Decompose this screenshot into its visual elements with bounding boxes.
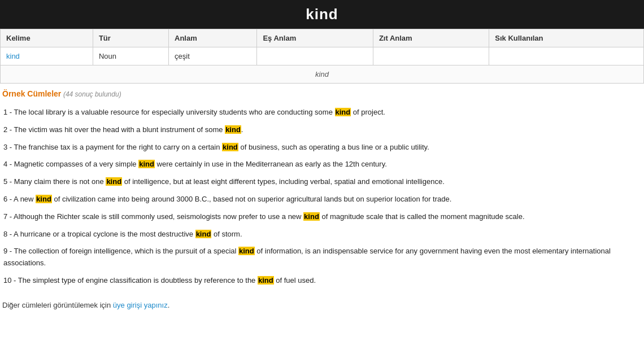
center-word: kind — [1, 65, 644, 84]
sentences-section: 1 - The local library is a valuable reso… — [0, 102, 644, 295]
footer-text: Diğer cümleleri görüntülemek için — [2, 301, 113, 309]
keyword-highlight: kind — [238, 247, 255, 255]
keyword-highlight: kind — [195, 230, 212, 238]
col-tur: Tür — [93, 29, 168, 47]
keyword-highlight: kind — [138, 160, 155, 168]
word-link[interactable]: kind — [6, 52, 20, 60]
tur-cell: Noun — [93, 47, 168, 65]
ornek-title: Örnek Cümleler — [2, 89, 61, 98]
sentence-number: 3 - — [3, 143, 14, 151]
sentence-row: 1 - The local library is a valuable reso… — [2, 104, 642, 121]
keyword-highlight: kind — [258, 276, 274, 285]
col-zit-anlam: Zıt Anlam — [373, 29, 489, 47]
ornek-count: (44 sonuç bulundu) — [63, 90, 121, 98]
ornek-cumleler-header: Örnek Cümleler (44 sonuç bulundu) — [0, 84, 644, 102]
sentence-row: 4 - Magnetic compasses of a very simple … — [2, 156, 642, 173]
keyword-highlight: kind — [303, 212, 320, 221]
keyword-highlight: kind — [222, 143, 238, 151]
sentence-number: 10 - — [3, 276, 18, 285]
keyword-highlight: kind — [36, 195, 52, 203]
col-es-anlam: Eş Anlam — [257, 29, 373, 47]
word-row: kind Noun çeşit — [1, 47, 644, 65]
sentence-number: 1 - — [3, 108, 14, 116]
footer-note: Diğer cümleleri görüntülemek için üye gi… — [0, 295, 644, 315]
sentence-number: 6 - — [3, 195, 14, 203]
sentence-number: 7 - — [3, 212, 14, 221]
sentence-row: 8 - A hurricane or a tropical cyclone is… — [2, 226, 642, 243]
sentence-number: 5 - — [3, 177, 14, 186]
sentence-row: 3 - The franchise tax is a payment for t… — [2, 139, 642, 156]
sentence-number: 9 - — [3, 247, 14, 255]
sentence-row: 2 - The victim was hit over the head wit… — [2, 121, 642, 139]
sentence-number: 8 - — [3, 230, 14, 238]
es-anlam-cell — [257, 47, 373, 65]
header-title: kind — [306, 6, 338, 23]
sentence-number: 2 - — [3, 125, 14, 134]
sentence-number: 4 - — [3, 160, 14, 168]
word-cell: kind — [1, 47, 93, 65]
keyword-highlight: kind — [106, 177, 122, 186]
uye-girisi-link[interactable]: üye girişi yapınız — [113, 301, 168, 309]
sentence-row: 10 - The simplest type of engine classif… — [2, 272, 642, 290]
col-anlam: Anlam — [169, 29, 257, 47]
word-table: Kelime Tür Anlam Eş Anlam Zıt Anlam Sık … — [0, 29, 644, 84]
anlam-cell: çeşit — [169, 47, 257, 65]
sentence-row: 7 - Although the Richter scale is still … — [2, 208, 642, 226]
page-header: kind — [0, 0, 644, 29]
sentence-row: 9 - The collection of foreign intelligen… — [2, 243, 642, 272]
table-header-row: Kelime Tür Anlam Eş Anlam Zıt Anlam Sık … — [1, 29, 644, 47]
footer-end: . — [168, 301, 170, 309]
sentence-row: 5 - Many claim there is not one kind of … — [2, 173, 642, 191]
col-sik-kullanilan: Sık Kullanılan — [489, 29, 644, 47]
zit-anlam-cell — [373, 47, 489, 65]
keyword-highlight: kind — [225, 125, 241, 134]
sentence-row: 6 - A new kind of civilization came into… — [2, 191, 642, 208]
center-row: kind — [1, 65, 644, 84]
col-kelime: Kelime — [1, 29, 93, 47]
keyword-highlight: kind — [335, 108, 351, 116]
sik-kullanilan-cell — [489, 47, 644, 65]
